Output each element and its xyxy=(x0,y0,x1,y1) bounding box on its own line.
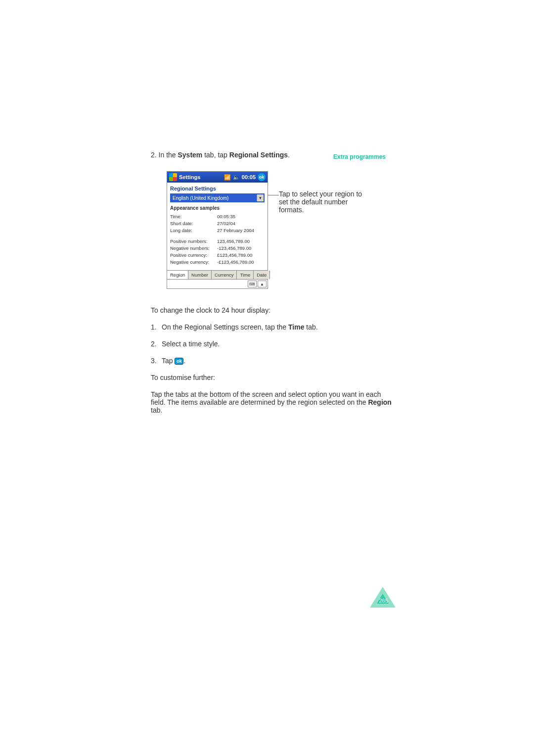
page-corner-decoration xyxy=(370,587,396,608)
windows-start-icon[interactable] xyxy=(169,173,177,181)
device-screenshot: Settings 📶 🔈 00:05 ok Regional Settings … xyxy=(167,171,268,289)
tab-number[interactable]: Number xyxy=(188,271,212,279)
samples-block-1: Time:00:05:35 Short date:27/02/04 Long d… xyxy=(167,213,267,270)
list-item-2: 2. Select a time style. xyxy=(151,340,393,348)
section-header: Extra programmes xyxy=(333,153,386,160)
tab-time[interactable]: Time xyxy=(237,271,254,279)
step2-system: System xyxy=(178,151,202,159)
step2-regional: Regional Settings xyxy=(229,151,288,159)
appearance-subheading: Appearance samples xyxy=(167,205,267,213)
sip-bar: ⌨ ▲ xyxy=(167,280,267,288)
sample-row-poscur: Positive currency:£123,456,789.00 xyxy=(170,252,265,258)
para-customise: To customise further: xyxy=(151,374,393,381)
ok-button[interactable]: ok xyxy=(258,173,266,181)
callout-leader-line xyxy=(268,195,279,195)
sip-up-icon[interactable]: ▲ xyxy=(258,281,267,287)
tab-region[interactable]: Region xyxy=(167,271,188,279)
step2-prefix: 2. In the xyxy=(151,151,178,159)
tab-currency[interactable]: Currency xyxy=(212,271,237,279)
sample-row-negnum: Negative numbers:-123,456,789.00 xyxy=(170,245,265,251)
sample-row-shortdate: Short date:27/02/04 xyxy=(170,221,265,226)
window-title: Settings xyxy=(179,174,222,180)
signal-icon: 📶 xyxy=(224,174,231,181)
region-dropdown[interactable]: English (United Kingdom) ▼ xyxy=(170,193,265,202)
step2-mid: tab, tap xyxy=(202,151,229,159)
panel-title: Regional Settings xyxy=(167,183,267,192)
chevron-down-icon[interactable]: ▼ xyxy=(257,194,264,201)
keyboard-icon[interactable]: ⌨ xyxy=(248,281,257,287)
para-clock-intro: To change the clock to 24 hour display: xyxy=(151,306,393,314)
sample-row-negcur: Negative currency:-£123,456,789.00 xyxy=(170,259,265,265)
sample-row-time: Time:00:05:35 xyxy=(170,214,265,219)
list-item-3: 3. Tap ok. xyxy=(151,357,393,365)
ok-inline-icon: ok xyxy=(175,358,183,365)
tab-date[interactable]: Date xyxy=(254,271,270,279)
titlebar: Settings 📶 🔈 00:05 ok xyxy=(167,172,267,183)
tab-strip: Region Number Currency Time Date xyxy=(167,270,267,280)
page-number: 265 xyxy=(379,598,388,604)
sample-row-posnum: Positive numbers:123,456,789.00 xyxy=(170,238,265,244)
volume-icon[interactable]: 🔈 xyxy=(233,174,240,181)
para-tabs-note: Tap the tabs at the bottom of the screen… xyxy=(151,390,393,414)
region-dropdown-value: English (United Kingdom) xyxy=(171,194,257,201)
clock-indicator: 00:05 xyxy=(242,174,256,180)
list-item-1: 1. On the Regional Settings screen, tap … xyxy=(151,323,393,331)
sample-row-longdate: Long date:27 February 2004 xyxy=(170,228,265,233)
callout-text: Tap to select your region to set the def… xyxy=(279,190,368,214)
step2-suffix: . xyxy=(288,151,290,159)
